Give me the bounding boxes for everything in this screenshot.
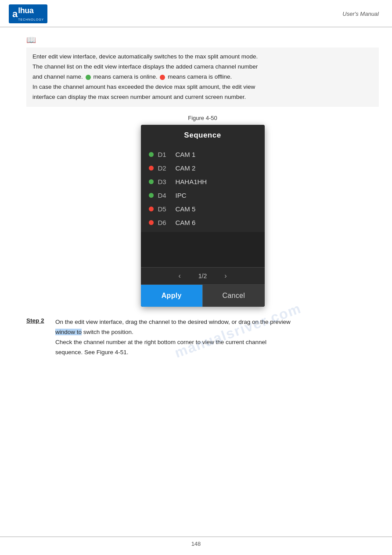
note-block: Enter edit view interface, device automa… — [26, 47, 379, 107]
logo-area: a lhua TECHNOLOGY — [9, 4, 47, 23]
online-dot-icon — [86, 75, 91, 80]
step2-highlight: window to — [55, 329, 82, 335]
status-dot-online — [149, 152, 154, 157]
step2-label: Step 2 — [26, 317, 49, 358]
apply-button[interactable]: Apply — [141, 285, 203, 307]
channel-name: CAM 2 — [176, 164, 196, 172]
channel-name: CAM 6 — [176, 219, 196, 226]
note-icon: 📖 — [26, 35, 379, 45]
figure-label: Figure 4-50 — [26, 115, 379, 121]
page-header: a lhua TECHNOLOGY User's Manual — [0, 0, 392, 27]
channel-name: CAM 5 — [176, 205, 196, 213]
sequence-title: Sequence — [141, 125, 265, 145]
list-item[interactable]: D4 IPC — [141, 189, 265, 202]
note-online-text: means camera is online. — [93, 73, 157, 80]
logo-a: a — [12, 8, 17, 20]
list-item[interactable]: D5 CAM 5 — [141, 202, 265, 216]
channel-id: D6 — [158, 219, 171, 226]
dialog-buttons: Apply Cancel — [141, 284, 265, 307]
pagination-bar: ‹ 1/2 › — [141, 267, 265, 284]
sequence-dialog: Sequence D1 CAM 1 D2 CAM 2 D3 — [141, 125, 265, 307]
channel-id: D3 — [158, 178, 171, 185]
note-line-6: interface can display the max screen num… — [32, 94, 246, 100]
sequence-list: D1 CAM 1 D2 CAM 2 D3 HAHA1HH — [141, 145, 265, 232]
list-item[interactable]: D1 CAM 1 — [141, 148, 265, 161]
channel-id: D2 — [158, 164, 171, 172]
status-dot-online — [149, 193, 154, 198]
step2-text: On the edit view interface, drag the cha… — [55, 317, 291, 358]
logo: a lhua TECHNOLOGY — [9, 4, 47, 23]
channel-name: HAHA1HH — [176, 178, 207, 185]
step2-line3: Check the channel number at the right bo… — [55, 339, 266, 345]
status-dot-online — [149, 179, 154, 184]
channel-name: CAM 1 — [176, 151, 196, 158]
page-number: 148 — [191, 540, 201, 547]
note-line-2: The channel list on the edit view interf… — [32, 63, 258, 70]
note-offline-text: means camera is offline. — [168, 73, 232, 80]
step2-line4: sequence. See Figure 4-51. — [55, 349, 129, 355]
logo-lhua: lhua — [18, 6, 44, 15]
page-footer: 148 — [0, 537, 392, 547]
step2-line2: window to switch the position. — [55, 329, 133, 335]
channel-id: D4 — [158, 192, 171, 199]
figure-container: manualsriver.com Sequence D1 CAM 1 D2 CA… — [26, 125, 379, 307]
list-item[interactable]: D6 CAM 6 — [141, 216, 265, 229]
offline-dot-icon — [160, 75, 165, 80]
list-spacer — [141, 232, 265, 267]
note-line-3: and channel name. — [32, 73, 83, 80]
status-dot-offline — [149, 207, 154, 211]
note-line-1: Enter edit view interface, device automa… — [32, 53, 258, 60]
logo-tech: TECHNOLOGY — [18, 18, 44, 22]
status-dot-offline — [149, 166, 154, 170]
status-dot-offline — [149, 220, 154, 225]
manual-title: User's Manual — [342, 11, 379, 17]
channel-id: D1 — [158, 151, 171, 158]
step2-block: Step 2 On the edit view interface, drag … — [26, 317, 379, 358]
note-line-5: In case the channel amount has exceeded … — [32, 83, 255, 90]
channel-id: D5 — [158, 205, 171, 213]
cancel-button[interactable]: Cancel — [202, 285, 265, 307]
step2-line1: On the edit view interface, drag the cha… — [55, 319, 291, 325]
prev-page-button[interactable]: ‹ — [178, 272, 180, 280]
main-content: 📖 Enter edit view interface, device auto… — [0, 27, 392, 370]
next-page-button[interactable]: › — [224, 272, 227, 280]
list-item[interactable]: D3 HAHA1HH — [141, 175, 265, 189]
channel-name: IPC — [176, 192, 187, 199]
list-item[interactable]: D2 CAM 2 — [141, 161, 265, 175]
page-number: 1/2 — [198, 272, 207, 279]
